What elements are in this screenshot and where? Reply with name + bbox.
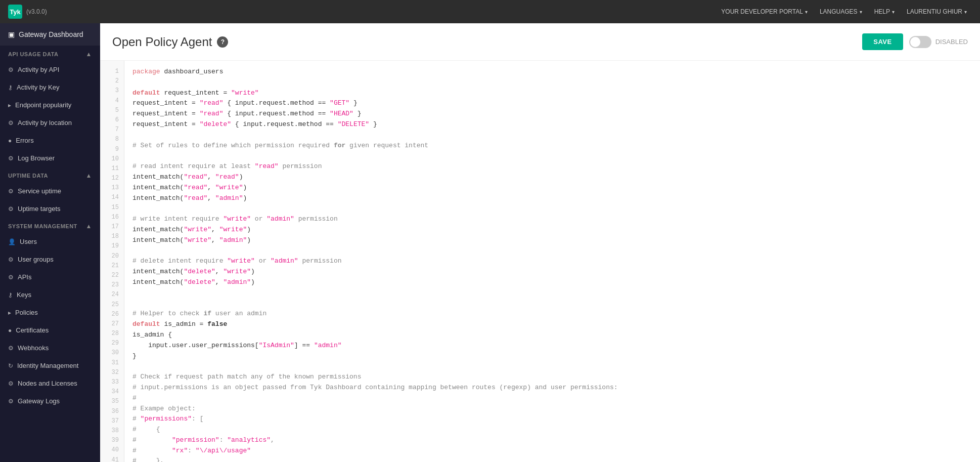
line-num: 18 (100, 232, 124, 241)
line-num: 13 (100, 183, 124, 193)
sidebar-item-apis[interactable]: ⚙ APIs (0, 268, 100, 286)
line-numbers: 1 2 3 4 5 6 7 8 9 10 11 12 13 14 15 16 1… (100, 61, 124, 462)
collapse-icon[interactable]: ▲ (86, 223, 92, 230)
line-num: 33 (100, 377, 124, 387)
line-num: 38 (100, 426, 124, 436)
sidebar-item-gateway-dashboard[interactable]: ▣ Gateway Dashboard (0, 23, 100, 46)
main-content: Open Policy Agent ? SAVE DISABLED 1 2 3 … (100, 23, 980, 462)
line-num: 10 (100, 154, 124, 164)
webhook-icon: ⚙ (8, 345, 14, 352)
uptime-icon: ⚙ (8, 188, 14, 195)
line-num: 8 (100, 135, 124, 144)
line-num: 20 (100, 251, 124, 261)
sidebar-item-certificates[interactable]: ● Certificates (0, 321, 100, 339)
group-icon: ⚙ (8, 256, 14, 263)
keys-icon: ⚷ (8, 291, 13, 299)
page-header: Open Policy Agent ? SAVE DISABLED (100, 23, 980, 61)
topnav: Tyk (v3.0.0) YOUR DEVELOPER PORTAL ▾ LAN… (0, 0, 980, 23)
line-num: 36 (100, 407, 124, 416)
chevron-down-icon: ▾ (860, 9, 862, 15)
log-icon: ⚙ (8, 155, 14, 162)
api-icon: ⚙ (8, 274, 14, 281)
line-num: 5 (100, 106, 124, 115)
sidebar-item-activity-by-key[interactable]: ⚷ Activity by Key (0, 78, 100, 96)
page-title-wrap: Open Policy Agent ? (112, 35, 228, 49)
code-content[interactable]: package dashboard_users default request_… (124, 61, 980, 462)
page-title: Open Policy Agent (112, 35, 212, 49)
toggle-label: DISABLED (936, 38, 968, 46)
user-nav[interactable]: LAURENTIU GHIUR ▾ (902, 5, 972, 18)
sidebar-item-activity-by-location[interactable]: ⚙ Activity by location (0, 114, 100, 132)
error-icon: ● (8, 137, 12, 144)
collapse-icon[interactable]: ▲ (86, 172, 92, 179)
sidebar-item-user-groups[interactable]: ⚙ User groups (0, 250, 100, 268)
line-num: 25 (100, 300, 124, 310)
line-num: 37 (100, 416, 124, 426)
line-num: 2 (100, 76, 124, 86)
sidebar-section-system-mgmt: System Management ▲ (0, 218, 100, 233)
policies-icon: ▸ (8, 309, 11, 316)
chevron-down-icon: ▾ (892, 9, 895, 15)
line-num: 22 (100, 271, 124, 280)
line-num: 11 (100, 164, 124, 174)
user-icon: 👤 (8, 238, 16, 245)
code-editor[interactable]: 1 2 3 4 5 6 7 8 9 10 11 12 13 14 15 16 1… (100, 61, 980, 462)
line-num: 39 (100, 436, 124, 445)
tyk-version: (v3.0.0) (26, 8, 47, 15)
line-num: 3 (100, 86, 124, 96)
arrow-icon: ▸ (8, 102, 11, 109)
toggle-wrap: DISABLED (909, 36, 968, 48)
topnav-left: Tyk (v3.0.0) (8, 5, 47, 19)
nodes-icon: ⚙ (8, 380, 14, 387)
sidebar-item-nodes-licenses[interactable]: ⚙ Nodes and Licenses (0, 374, 100, 392)
tyk-logo[interactable]: Tyk (8, 5, 22, 19)
line-num: 19 (100, 241, 124, 251)
line-num: 15 (100, 203, 124, 213)
sidebar-item-activity-by-api[interactable]: ⚙ Activity by API (0, 61, 100, 78)
line-num: 23 (100, 280, 124, 290)
key-icon: ⚷ (8, 84, 13, 91)
line-num: 34 (100, 387, 124, 397)
developer-portal-nav[interactable]: YOUR DEVELOPER PORTAL ▾ (716, 5, 813, 18)
line-num: 6 (100, 115, 124, 125)
line-num: 35 (100, 397, 124, 406)
cert-icon: ● (8, 327, 12, 334)
line-num: 1 (100, 67, 124, 76)
sidebar-item-uptime-targets[interactable]: ⚙ Uptime targets (0, 200, 100, 218)
tyk-logo-mark: Tyk (8, 5, 22, 19)
globe-icon: ⚙ (8, 119, 14, 127)
sidebar-section-uptime: Uptime Data ▲ (0, 167, 100, 182)
sidebar-item-gateway-logs[interactable]: ⚙ Gateway Logs (0, 392, 100, 410)
target-icon: ⚙ (8, 205, 14, 213)
line-num: 27 (100, 319, 124, 329)
sidebar-item-service-uptime[interactable]: ⚙ Service uptime (0, 182, 100, 200)
sidebar-item-webhooks[interactable]: ⚙ Webhooks (0, 339, 100, 357)
enabled-toggle[interactable] (909, 36, 931, 48)
help-icon[interactable]: ? (217, 36, 228, 48)
collapse-icon[interactable]: ▲ (86, 51, 92, 58)
topnav-right: YOUR DEVELOPER PORTAL ▾ LANGUAGES ▾ HELP… (716, 5, 972, 18)
sidebar-item-identity-mgmt[interactable]: ↻ Identity Management (0, 357, 100, 374)
languages-nav[interactable]: LANGUAGES ▾ (815, 5, 867, 18)
save-button[interactable]: SAVE (862, 33, 903, 50)
line-num: 12 (100, 174, 124, 183)
sidebar-item-errors[interactable]: ● Errors (0, 132, 100, 149)
gateway-icon: ▣ (8, 30, 15, 38)
line-num: 31 (100, 358, 124, 368)
chevron-down-icon: ▾ (964, 9, 967, 15)
sidebar: ▣ Gateway Dashboard API Usage Data ▲ ⚙ A… (0, 23, 100, 462)
sidebar-item-policies[interactable]: ▸ Policies (0, 304, 100, 321)
sidebar-item-keys[interactable]: ⚷ Keys (0, 286, 100, 304)
chart-icon: ⚙ (8, 66, 14, 73)
line-num: 14 (100, 193, 124, 202)
toggle-knob (910, 37, 920, 47)
header-actions: SAVE DISABLED (862, 33, 968, 50)
line-num: 26 (100, 310, 124, 319)
identity-icon: ↻ (8, 362, 13, 369)
line-num: 21 (100, 261, 124, 271)
sidebar-item-log-browser[interactable]: ⚙ Log Browser (0, 149, 100, 167)
help-nav[interactable]: HELP ▾ (869, 5, 900, 18)
sidebar-item-endpoint-popularity[interactable]: ▸ Endpoint popularity (0, 96, 100, 114)
logs-icon: ⚙ (8, 398, 14, 405)
sidebar-item-users[interactable]: 👤 Users (0, 233, 100, 250)
